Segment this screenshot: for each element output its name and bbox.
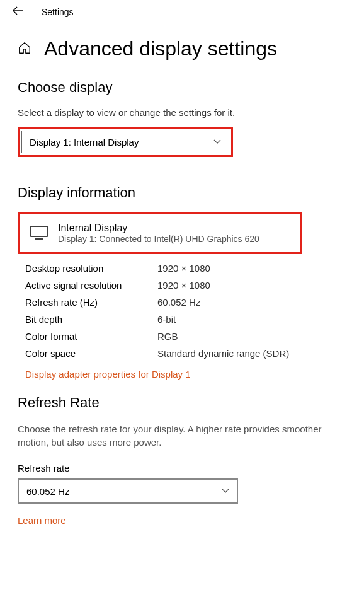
display-info-heading: Display information — [18, 185, 346, 201]
app-title: Settings — [42, 7, 74, 17]
property-row: Desktop resolution1920 × 1080 — [25, 263, 346, 274]
property-value: Standard dynamic range (SDR) — [157, 348, 289, 359]
choose-display-heading: Choose display — [18, 79, 346, 96]
property-value: 6-bit — [157, 314, 176, 325]
adapter-properties-link[interactable]: Display adapter properties for Display 1 — [18, 369, 191, 380]
highlight-box-2: Internal Display Display 1: Connected to… — [18, 212, 302, 254]
svg-rect-0 — [31, 226, 47, 236]
choose-display-help: Select a display to view or change the s… — [18, 107, 346, 118]
display-select-value: Display 1: Internal Display — [30, 137, 139, 148]
display-card: Internal Display Display 1: Connected to… — [21, 216, 299, 250]
property-label: Bit depth — [25, 314, 157, 325]
home-icon[interactable] — [18, 41, 31, 57]
page-title: Advanced display settings — [44, 37, 277, 61]
property-value: 1920 × 1080 — [157, 280, 210, 291]
refresh-rate-heading: Refresh Rate — [18, 395, 346, 411]
property-value: RGB — [157, 331, 178, 342]
property-label: Color space — [25, 348, 157, 359]
refresh-rate-help: Choose the refresh rate for your display… — [18, 422, 346, 449]
property-row: Color spaceStandard dynamic range (SDR) — [25, 348, 346, 359]
property-row: Active signal resolution1920 × 1080 — [25, 280, 346, 291]
property-label: Desktop resolution — [25, 263, 157, 274]
property-label: Refresh rate (Hz) — [25, 297, 157, 308]
refresh-rate-select[interactable]: 60.052 Hz — [18, 478, 238, 504]
property-value: 1920 × 1080 — [157, 263, 210, 274]
refresh-rate-value: 60.052 Hz — [26, 486, 69, 497]
property-row: Refresh rate (Hz)60.052 Hz — [25, 297, 346, 308]
back-button[interactable] — [13, 5, 24, 18]
chevron-down-icon — [213, 137, 221, 146]
display-name: Internal Display — [58, 223, 259, 234]
monitor-icon — [30, 225, 48, 242]
property-row: Bit depth6-bit — [25, 314, 346, 325]
highlight-box: Display 1: Internal Display — [18, 127, 233, 157]
display-properties: Desktop resolution1920 × 1080Active sign… — [18, 263, 346, 359]
chevron-down-icon — [222, 487, 229, 496]
display-select[interactable]: Display 1: Internal Display — [21, 130, 229, 153]
learn-more-link[interactable]: Learn more — [18, 515, 66, 526]
property-value: 60.052 Hz — [157, 297, 200, 308]
property-row: Color formatRGB — [25, 331, 346, 342]
display-sub: Display 1: Connected to Intel(R) UHD Gra… — [58, 234, 259, 244]
property-label: Active signal resolution — [25, 280, 157, 291]
refresh-rate-label: Refresh rate — [18, 463, 346, 473]
property-label: Color format — [25, 331, 157, 342]
